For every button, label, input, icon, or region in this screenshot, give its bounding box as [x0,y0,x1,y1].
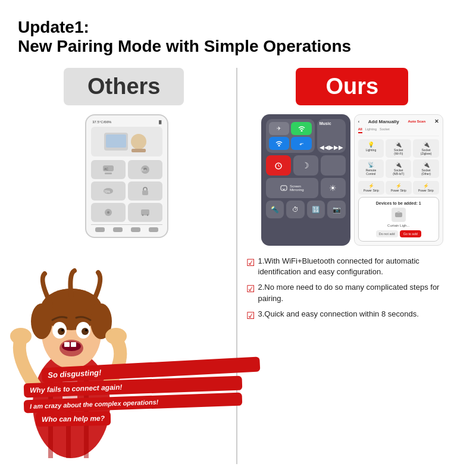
svg-text:70%: 70% [104,190,111,193]
devices-count-title: Devices to be added: 1 [362,201,435,205]
power-strip-2[interactable]: ⚡ Power Strip [386,181,412,195]
svg-rect-5 [105,173,112,174]
lock-button[interactable] [128,181,162,201]
lighting-item[interactable]: 💡 Lighting [358,139,384,158]
sensor-button[interactable] [91,203,126,222]
svg-rect-40 [64,342,70,347]
play-btn[interactable]: ▶ [329,144,334,151]
feature-text-2: 2.No more need to do so many complicated… [258,282,459,303]
lighting-tab[interactable]: Lighting [364,127,377,133]
label-ours: Ours [296,68,408,105]
calculator-toggle[interactable]: 🔢 [307,201,325,218]
title-line2: New Pairing Mode with Simple Operations [18,37,458,56]
feature-item-2: ☑ 2.No more need to do so many complicat… [246,282,459,303]
phone-devices-row-3 [91,203,162,222]
back-arrow-icon[interactable]: ‹ [358,120,359,124]
add-manually-title: Add Manually [368,119,399,124]
timer-toggle[interactable]: ⏱ [286,201,305,218]
svg-point-43 [105,328,127,345]
category-grid: 💡 Lighting 🔌 Socket(Wi-Fi) 🔌 Socket(Zigb… [358,139,439,178]
phone-mockup-left: 37.5°C/66% ▓ AC [85,114,162,238]
svg-point-14 [107,211,109,214]
svg-rect-1 [106,134,126,148]
nav-dot-2 [113,227,123,232]
socket-tab[interactable]: Socket [378,127,390,133]
screen-mirror-toggle[interactable]: ScreenMirroring [266,178,318,198]
feature-item-3: ☑ 3.Quick and easy connection within 8 s… [246,309,459,322]
bluetooth-toggle[interactable]: ⬐ [291,137,312,150]
svg-point-45 [278,145,280,147]
power-strip-1[interactable]: ⚡ Power Strip [358,181,384,195]
do-not-add-button[interactable]: Do not add [376,230,398,237]
auto-scan-btn[interactable]: Auto Scan [408,120,425,123]
feature-item-1: ☑ 1.With WiFi+Bluetooth connected for au… [246,256,459,277]
svg-rect-3 [131,149,146,152]
all-tab[interactable]: All [358,127,362,133]
nav-dot-3 [131,227,140,232]
svg-point-36 [61,329,64,331]
close-icon[interactable]: ✕ [434,118,439,124]
svg-point-44 [300,130,302,132]
temp-display: 37.5°C/66% [92,120,111,124]
svg-text:Fan: Fan [142,168,147,172]
music-label: Music [320,121,343,126]
svg-point-37 [85,329,87,331]
svg-rect-15 [141,209,149,215]
airplane-mode-toggle[interactable]: ✈ [269,122,290,135]
phone-devices-row-2: 70% [91,181,162,201]
ac-button[interactable]: AC [91,160,126,179]
nav-dot-1 [95,227,105,232]
svg-rect-48 [395,212,402,217]
brightness-slider[interactable]: ☀ [321,178,346,198]
popup-buttons: Do not add Go to add [362,230,435,237]
hub-button[interactable] [128,203,162,222]
checkbox-icon-1: ☑ [246,256,255,270]
svg-point-34 [58,328,65,335]
feature-text-3: 3.Quick and easy connection within 8 sec… [258,309,419,320]
title-section: Update1: New Pairing Mode with Simple Op… [18,18,458,56]
camera-toggle[interactable]: 📷 [327,201,346,218]
prev-btn[interactable]: ◀◀ [320,144,329,151]
battery-icon: ▓ [159,120,161,124]
fan-button[interactable]: Fan [128,160,162,179]
left-side: Others 37.5°C/66% ▓ [18,68,237,464]
music-control[interactable]: Music ◀◀ ▶ ▶▶ [317,119,346,153]
remote-item[interactable]: 📡 RemoteControl [358,159,384,178]
power-strip-3[interactable]: ⚡ Power Strip [413,181,439,195]
flashlight-toggle[interactable]: 🔦 [266,201,284,218]
next-btn[interactable]: ▶▶ [334,144,343,151]
checkbox-icon-3: ☑ [246,309,255,322]
svg-rect-12 [142,190,148,195]
svg-rect-41 [71,342,76,347]
moon-toggle[interactable]: ☽ [293,155,318,176]
wifi-toggle[interactable] [291,122,312,135]
speech-bubbles-container: So disgusting! Why fails to connect agai… [24,362,242,428]
devices-to-add-popup: Devices to be added: 1 Curtain Ligh... D… [358,197,439,242]
wifi-active-toggle[interactable] [269,137,290,150]
phone-status-bar: 37.5°C/66% ▓ [91,120,162,124]
socket-item[interactable]: 🔌 Socket(Wi-Fi) [386,139,411,158]
socket-other-item[interactable]: 🔌 Socket(Other) [413,159,439,178]
socket-nb-item[interactable]: 🔌 Socket(NB-IoT) [386,159,411,178]
phone-devices-row-1: AC Fan [91,160,162,179]
socket-zigbee-item[interactable]: 🔌 Socket(Zigbee) [413,139,439,158]
device-name: Curtain Ligh... [362,224,435,227]
device-icon [392,208,406,222]
checkbox-icon-2: ☑ [246,283,255,296]
alarm-toggle[interactable] [266,155,291,176]
unused-cell [321,155,346,176]
svg-point-2 [131,134,146,149]
cloud-button[interactable]: 70% [91,181,126,201]
app-screenshots: ✈ ⬐ Music [246,114,459,246]
phone-hero-area [91,127,162,156]
comparison-section: Others 37.5°C/66% ▓ [18,68,458,464]
features-list: ☑ 1.With WiFi+Bluetooth connected for au… [246,256,459,327]
svg-text:AC: AC [104,167,108,171]
add-manually-panel: ‹ Add Manually Auto Scan ✕ All Lighting … [354,114,443,246]
feature-text-1: 1.With WiFi+Bluetooth connected for auto… [258,256,459,277]
go-to-add-button[interactable]: Go to add [400,230,421,237]
phone-bottom-nav [91,224,162,232]
phone-screen: 37.5°C/66% ▓ AC [85,114,168,238]
add-manually-header: ‹ Add Manually Auto Scan ✕ [358,118,439,124]
label-others: Others [64,68,184,105]
